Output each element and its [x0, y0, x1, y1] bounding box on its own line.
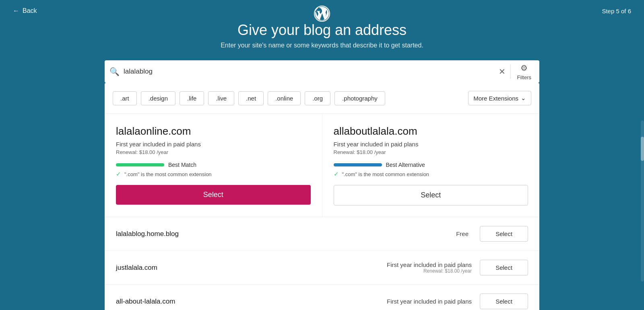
select-button-list-2[interactable]: Select	[480, 294, 528, 309]
back-arrow-icon: ←	[13, 7, 19, 14]
badge-row-2: Best Alternative	[334, 162, 528, 168]
check-icon-2: ✓	[334, 170, 339, 178]
check-text-2: ".com" is the most common extension	[342, 171, 429, 177]
domain-list-row-0: lalalablog.home.blog Free Select	[105, 217, 539, 251]
domain-card-best-alternative: allaboutlalala.com First year included i…	[322, 114, 540, 217]
list-price-label-2: First year included in paid plans	[387, 298, 472, 305]
list-right-0: Free Select	[456, 226, 528, 242]
badge-bar-1	[116, 163, 164, 166]
check-icon-1: ✓	[116, 170, 121, 178]
list-price-sub-1: Renewal: $18.00 /year	[387, 268, 472, 274]
domain-card-best-match: lalalaonline.com First year included in …	[105, 114, 322, 217]
check-text-1: ".com" is the most common extension	[124, 171, 212, 177]
list-domain-name-0: lalalablog.home.blog	[116, 230, 456, 238]
list-domain-name-1: justlalala.com	[116, 264, 387, 272]
domain-list-row-1: justlalala.com First year included in pa…	[105, 251, 539, 285]
ext-chip-art[interactable]: .art	[113, 91, 137, 105]
more-extensions-label: More Extensions	[473, 95, 518, 102]
badge-row-1: Best Match	[116, 162, 311, 168]
filters-label: Filters	[517, 74, 531, 80]
domain-renewal-2: Renewal: $18.00 /year	[334, 149, 528, 155]
ext-chip-design[interactable]: .design	[141, 91, 175, 105]
check-row-1: ✓ ".com" is the most common extension	[116, 170, 311, 178]
select-button-list-1[interactable]: Select	[480, 260, 528, 275]
badge-label-2: Best Alternative	[386, 162, 425, 168]
ext-chip-org[interactable]: .org	[305, 91, 330, 105]
main-panel: .art .design .life .live .net .online .o…	[105, 83, 539, 310]
search-icon: 🔍	[109, 67, 120, 76]
list-domain-name-2: all-about-lalala.com	[116, 298, 387, 306]
ext-chip-life[interactable]: .life	[180, 91, 204, 105]
domain-cards-row: lalalaonline.com First year included in …	[105, 114, 539, 217]
domain-list-row-2: all-about-lalala.com First year included…	[105, 285, 539, 310]
search-input[interactable]	[124, 68, 497, 76]
list-right-2: First year included in paid plans Select	[387, 294, 528, 309]
search-divider	[510, 64, 511, 79]
chevron-down-icon: ⌄	[521, 94, 526, 102]
list-price-2: First year included in paid plans	[387, 298, 472, 305]
extension-filters: .art .design .life .live .net .online .o…	[105, 83, 539, 114]
free-badge-0: Free	[456, 230, 469, 237]
scrollbar-track	[641, 121, 644, 281]
ext-chip-net[interactable]: .net	[238, 91, 264, 105]
domain-plan-2: First year included in paid plans	[334, 141, 528, 148]
badge-bar-2	[334, 163, 382, 166]
page-subtitle: Enter your site's name or some keywords …	[0, 42, 644, 49]
filters-button[interactable]: ⚙ Filters	[514, 62, 535, 82]
back-button[interactable]: ← Back	[13, 7, 37, 14]
select-button-2[interactable]: Select	[334, 185, 528, 205]
ext-chip-photography[interactable]: .photography	[334, 91, 385, 105]
select-button-list-0[interactable]: Select	[480, 226, 528, 242]
domain-name-1: lalalaonline.com	[116, 125, 311, 138]
ext-chip-live[interactable]: .live	[208, 91, 234, 105]
domain-renewal-1: Renewal: $18.00 /year	[116, 149, 311, 155]
check-row-2: ✓ ".com" is the most common extension	[334, 170, 528, 178]
back-label: Back	[23, 7, 37, 14]
domain-name-2: allaboutlalala.com	[334, 125, 528, 138]
step-indicator: Step 5 of 6	[602, 8, 631, 14]
search-bar: 🔍 ✕ ⚙ Filters	[105, 60, 539, 83]
scrollbar-thumb[interactable]	[641, 137, 644, 161]
gear-icon: ⚙	[520, 63, 528, 73]
list-price-label-1: First year included in paid plans	[387, 261, 472, 268]
wordpress-logo	[314, 6, 330, 23]
list-right-1: First year included in paid plans Renewa…	[387, 260, 528, 275]
domain-plan-1: First year included in paid plans	[116, 141, 311, 148]
more-extensions-button[interactable]: More Extensions ⌄	[468, 91, 531, 105]
list-price-1: First year included in paid plans Renewa…	[387, 261, 472, 274]
page-title: Give your blog an address	[0, 22, 644, 39]
badge-label-1: Best Match	[168, 162, 196, 168]
search-clear-button[interactable]: ✕	[497, 65, 507, 78]
ext-chip-online[interactable]: .online	[268, 91, 301, 105]
select-button-1[interactable]: Select	[116, 185, 311, 205]
